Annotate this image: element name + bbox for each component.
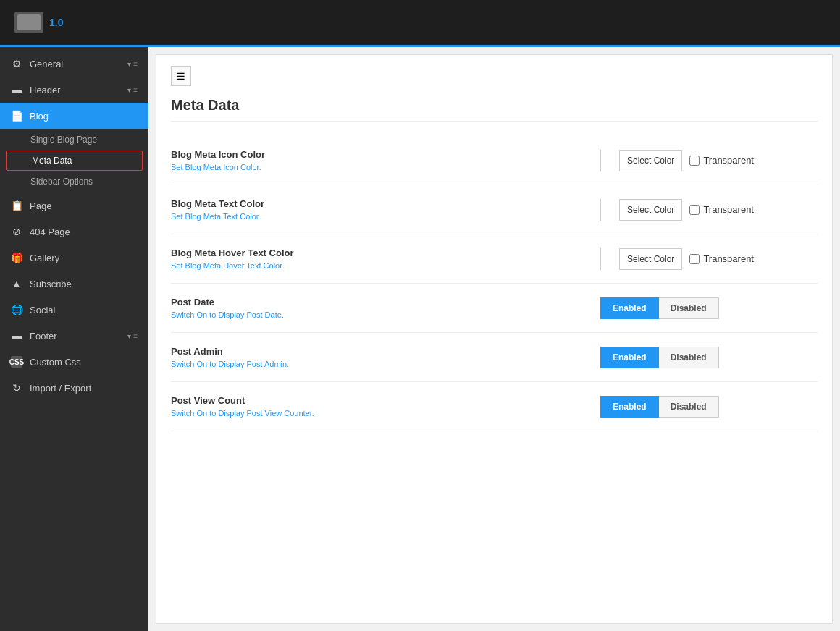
transparent-checkbox-3[interactable] <box>689 254 700 264</box>
gallery-icon: 🎁 <box>11 252 22 263</box>
transparent-label-2[interactable]: Transparent <box>689 204 754 215</box>
enabled-btn-post-date[interactable]: Enabled <box>600 297 659 319</box>
toggle-group-post-date: Enabled Disabled <box>600 297 719 319</box>
color-swatch-2 <box>601 199 620 221</box>
setting-desc-1: Set Blog Meta Icon Color. <box>171 163 600 171</box>
header-arrow: ▾ ≡ <box>127 86 138 94</box>
customcss-icon: CSS <box>11 356 22 368</box>
setting-row-blog-meta-icon-color: Blog Meta Icon Color Set Blog Meta Icon … <box>171 136 818 185</box>
transparent-checkbox-1[interactable] <box>689 156 700 166</box>
transparent-checkbox-2[interactable] <box>689 205 700 215</box>
setting-label-3: Blog Meta Hover Text Color <box>171 247 600 258</box>
general-arrow: ▾ ≡ <box>127 60 138 68</box>
content-inner: ☰ Meta Data Blog Meta Icon Color Set Blo… <box>156 54 833 624</box>
version-label: 1.0 <box>49 17 63 28</box>
logo: 1.0 <box>14 12 63 33</box>
color-swatch-3 <box>601 248 620 270</box>
setting-control-4: Enabled Disabled <box>600 297 818 319</box>
color-btn-label-2: Select Color <box>620 205 681 215</box>
disabled-btn-post-date[interactable]: Disabled <box>659 297 719 319</box>
setting-desc-6: Switch On to Display Post View Counter. <box>171 409 600 418</box>
setting-label-group-6: Post View Count Switch On to Display Pos… <box>171 395 600 418</box>
sidebar-label-importexport: Import / Export <box>30 383 138 394</box>
color-btn-label-1: Select Color <box>620 156 681 166</box>
sidebar-label-subscribe: Subscribe <box>30 279 138 289</box>
sidebar-subitem-single-blog[interactable]: Single Blog Page <box>0 129 148 151</box>
transparent-label-1[interactable]: Transparent <box>689 155 754 166</box>
transparent-text-1: Transparent <box>703 155 754 166</box>
setting-label-1: Blog Meta Icon Color <box>171 149 600 160</box>
sidebar-subitem-meta-data[interactable]: Meta Data <box>6 151 143 171</box>
setting-row-post-date: Post Date Switch On to Display Post Date… <box>171 284 818 333</box>
transparent-label-3[interactable]: Transparent <box>689 253 754 264</box>
transparent-text-3: Transparent <box>703 253 754 264</box>
color-btn-label-3: Select Color <box>620 254 681 264</box>
general-icon: ⚙ <box>11 58 22 69</box>
toggle-group-post-admin: Enabled Disabled <box>600 347 719 368</box>
setting-control-1: Select Color Transparent <box>600 150 818 171</box>
importexport-icon: ↻ <box>11 382 22 394</box>
sidebar-item-page[interactable]: 📋 Page <box>0 192 148 219</box>
sidebar-label-page: Page <box>30 200 138 211</box>
setting-control-6: Enabled Disabled <box>600 396 818 418</box>
sidebar-label-social: Social <box>30 305 138 316</box>
logo-icon <box>14 12 43 33</box>
footer-icon: ▬ <box>11 330 22 342</box>
sidebar-label-header: Header <box>30 85 120 96</box>
enabled-btn-post-view-count[interactable]: Enabled <box>600 396 659 418</box>
sidebar-item-footer[interactable]: ▬ Footer ▾ ≡ <box>0 323 148 349</box>
setting-label-group-4: Post Date Switch On to Display Post Date… <box>171 297 600 319</box>
topbar: 1.0 <box>0 0 840 47</box>
page-icon: 📋 <box>11 200 22 211</box>
setting-row-blog-meta-text-color: Blog Meta Text Color Set Blog Meta Text … <box>171 185 818 234</box>
setting-control-3: Select Color Transparent <box>600 248 818 270</box>
sidebar-item-importexport[interactable]: ↻ Import / Export <box>0 375 148 401</box>
page-title: Meta Data <box>171 97 818 122</box>
sidebar-label-blog: Blog <box>30 111 138 122</box>
disabled-btn-post-admin[interactable]: Disabled <box>659 347 719 368</box>
footer-arrow: ▾ ≡ <box>127 332 138 340</box>
setting-desc-5: Switch On to Display Post Admin. <box>171 360 600 368</box>
menu-icon: ☰ <box>177 71 185 82</box>
setting-desc-4: Switch On to Display Post Date. <box>171 310 600 319</box>
setting-label-group-5: Post Admin Switch On to Display Post Adm… <box>171 346 600 368</box>
header-icon: ▬ <box>11 84 22 96</box>
social-icon: 🌐 <box>11 304 22 316</box>
blog-icon: 📄 <box>11 110 22 122</box>
sidebar-label-customcss: Custom Css <box>30 357 138 368</box>
setting-label-5: Post Admin <box>171 346 600 357</box>
setting-control-2: Select Color Transparent <box>600 199 818 221</box>
setting-desc-3: Set Blog Meta Hover Text Color. <box>171 261 600 270</box>
setting-desc-2: Set Blog Meta Text Color. <box>171 212 600 221</box>
color-picker-btn-1[interactable]: Select Color <box>600 150 682 171</box>
sidebar-item-gallery[interactable]: 🎁 Gallery <box>0 245 148 271</box>
enabled-btn-post-admin[interactable]: Enabled <box>600 347 659 368</box>
setting-label-6: Post View Count <box>171 395 600 406</box>
sidebar-item-social[interactable]: 🌐 Social <box>0 297 148 323</box>
subscribe-icon: ▲ <box>11 278 22 289</box>
sidebar-label-general: General <box>30 59 120 69</box>
setting-row-blog-meta-hover-color: Blog Meta Hover Text Color Set Blog Meta… <box>171 234 818 284</box>
setting-label-2: Blog Meta Text Color <box>171 198 600 209</box>
sidebar: ⚙ General ▾ ≡ ▬ Header ▾ ≡ 📄 Blog Single… <box>0 47 148 631</box>
color-picker-btn-3[interactable]: Select Color <box>600 248 682 270</box>
toolbar-toggle-icon[interactable]: ☰ <box>171 66 191 86</box>
toggle-group-post-view-count: Enabled Disabled <box>600 396 719 418</box>
sidebar-item-general[interactable]: ⚙ General ▾ ≡ <box>0 51 148 77</box>
sidebar-label-404: 404 Page <box>30 226 138 237</box>
sidebar-item-customcss[interactable]: CSS Custom Css <box>0 349 148 375</box>
setting-row-post-view-count: Post View Count Switch On to Display Pos… <box>171 382 818 431</box>
sidebar-item-header[interactable]: ▬ Header ▾ ≡ <box>0 77 148 103</box>
sidebar-label-gallery: Gallery <box>30 253 138 263</box>
setting-control-5: Enabled Disabled <box>600 347 818 368</box>
color-picker-btn-2[interactable]: Select Color <box>600 199 682 221</box>
setting-label-group-2: Blog Meta Text Color Set Blog Meta Text … <box>171 198 600 221</box>
sidebar-item-subscribe[interactable]: ▲ Subscribe <box>0 271 148 297</box>
transparent-text-2: Transparent <box>703 204 754 215</box>
sidebar-subitem-sidebar-options[interactable]: Sidebar Options <box>0 171 148 192</box>
disabled-btn-post-view-count[interactable]: Disabled <box>659 396 719 418</box>
sidebar-item-blog[interactable]: 📄 Blog <box>0 103 148 129</box>
setting-row-post-admin: Post Admin Switch On to Display Post Adm… <box>171 333 818 382</box>
setting-label-4: Post Date <box>171 297 600 308</box>
sidebar-item-404[interactable]: ⊘ 404 Page <box>0 219 148 245</box>
